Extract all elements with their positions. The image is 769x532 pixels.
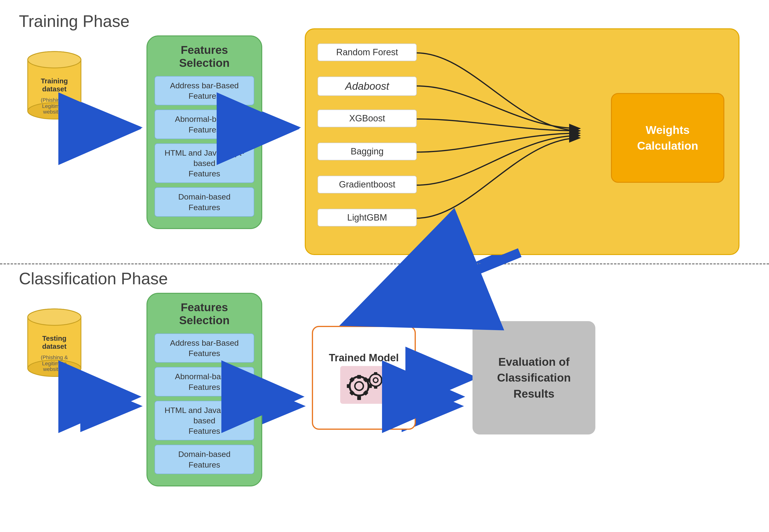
evaluation-box: Evaluation of Classification Results: [473, 321, 595, 434]
classification-feature-4: Domain-based Features: [154, 445, 254, 474]
training-feature-4: Domain-based Features: [154, 187, 254, 217]
svg-text:dataset: dataset: [42, 342, 66, 350]
svg-rect-46: [374, 386, 377, 389]
svg-rect-48: [381, 379, 384, 382]
classification-feature-2: Abnormal-based Features: [154, 367, 254, 396]
classification-features-box: Features Selection Address bar-Based Fea…: [146, 293, 262, 486]
orange-container: Random Forest Adaboost XGBoost Bagging G…: [305, 28, 739, 255]
svg-text:websites): websites): [43, 109, 65, 115]
testing-dataset: Testing dataset (Phishing & Legitimate w…: [19, 298, 90, 392]
svg-text:(Phishing &: (Phishing &: [41, 97, 68, 103]
evaluation-label: Evaluation of Classification Results: [497, 354, 571, 402]
training-feature-3: HTML and JavaScript-based Features: [154, 143, 254, 183]
svg-rect-35: [357, 375, 361, 379]
svg-rect-45: [374, 372, 377, 375]
training-dataset-icon: Training dataset (Phishing & Legitimate …: [24, 47, 85, 128]
svg-point-24: [28, 309, 81, 325]
classification-feature-3: HTML and JavaScript-based Features: [154, 401, 254, 441]
classification-features-title: Features Selection: [154, 301, 254, 327]
trained-model-box: Trained Model: [312, 326, 416, 430]
svg-text:(Phishing &: (Phishing &: [41, 354, 68, 360]
training-feature-2: Abnormal-based Features: [154, 110, 254, 139]
weights-label: Weights Calculation: [637, 122, 698, 154]
weights-calculation-box: Weights Calculation: [611, 93, 724, 183]
gears-icon: [340, 366, 388, 404]
svg-text:Legitimate: Legitimate: [42, 103, 67, 109]
training-feature-1: Address bar-Based Features: [154, 76, 254, 105]
training-features-box: Features Selection Address bar-Based Fea…: [146, 35, 262, 229]
trained-model-label: Trained Model: [329, 352, 399, 364]
svg-text:websites): websites): [43, 366, 65, 372]
svg-text:Training: Training: [41, 77, 68, 85]
svg-point-12: [28, 51, 81, 68]
training-phase-label: Training Phase: [19, 12, 129, 31]
svg-text:dataset: dataset: [42, 85, 66, 93]
svg-rect-37: [347, 384, 350, 388]
training-phase: Training Phase Training dataset (Phishin…: [14, 9, 751, 250]
classification-phase: Classification Phase Testing dataset (Ph…: [14, 267, 751, 517]
training-features-title: Features Selection: [154, 43, 254, 69]
svg-text:Legitimate: Legitimate: [42, 361, 67, 366]
classification-phase-label: Classification Phase: [19, 269, 168, 288]
svg-text:Testing: Testing: [42, 334, 67, 342]
phase-divider: [0, 263, 769, 264]
training-dataset: Training dataset (Phishing & Legitimate …: [19, 40, 90, 135]
classification-feature-1: Address bar-Based Features: [154, 333, 254, 363]
svg-rect-36: [357, 396, 361, 400]
svg-rect-47: [367, 379, 370, 382]
testing-dataset-icon: Testing dataset (Phishing & Legitimate w…: [24, 305, 85, 385]
